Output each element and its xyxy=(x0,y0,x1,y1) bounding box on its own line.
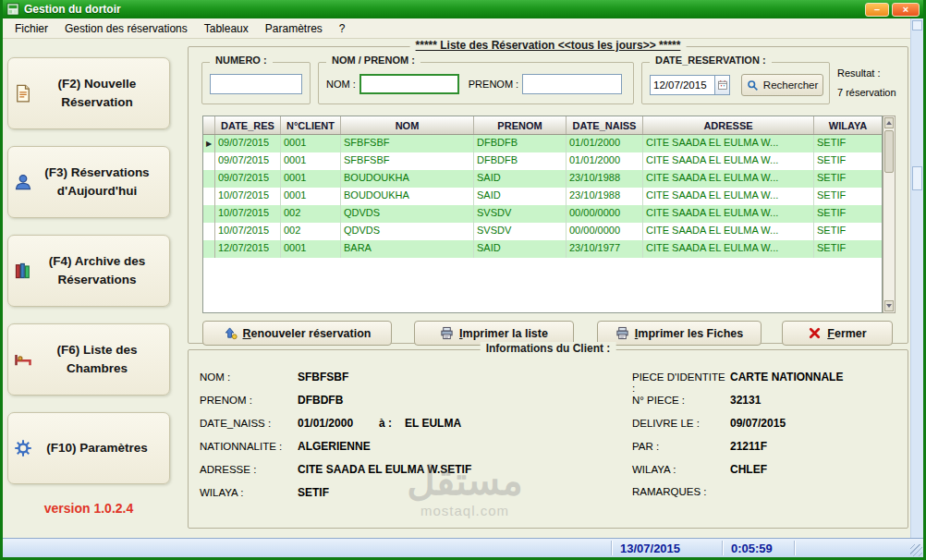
side-button-label: (F4) Archive des Réservations xyxy=(32,252,162,290)
client-info-row: PIECE D'IDENTITE :CARTE NATIONNALE xyxy=(632,371,902,394)
table-cell: 23/10/1988 xyxy=(567,170,643,188)
row-indicator xyxy=(203,170,215,188)
client-field-value: ALGERIENNE xyxy=(298,440,371,453)
form-scrollbar-thumb[interactable] xyxy=(912,166,922,190)
calendar-dropdown-button[interactable] xyxy=(714,75,730,95)
f10-parametres-button[interactable]: (F10) Paramètres xyxy=(7,412,170,484)
menu-item-item[interactable]: ? xyxy=(331,19,354,38)
window-controls: – × xyxy=(865,3,920,17)
imprimer-fiches-button[interactable]: Imprimer les Fiches xyxy=(597,321,762,346)
form-scroll-up-button[interactable] xyxy=(912,20,922,30)
table-cell: QDVDS xyxy=(341,205,474,223)
table-cell: SETIF xyxy=(814,223,882,240)
reservations-group: ***** Liste des Réservation <<tous les j… xyxy=(188,46,908,344)
row-indicator xyxy=(203,223,215,240)
menu-item-tableaux[interactable]: Tableaux xyxy=(196,19,257,38)
statusbar-time: 0:05:59 xyxy=(731,542,773,555)
f2-nouvelle-reservation-button[interactable]: (F2) Nouvelle Réservation xyxy=(7,57,170,129)
table-row[interactable]: 10/07/2015002QDVDSSVSDV00/00/0000CITE SA… xyxy=(203,205,882,223)
table-cell: 10/07/2015 xyxy=(215,188,281,205)
fermer-button[interactable]: Fermer xyxy=(782,321,893,346)
prenom-input[interactable] xyxy=(522,74,622,94)
column-header-n-client[interactable]: N°CLIENT xyxy=(281,116,341,134)
window-title: Gestion du dortoir xyxy=(24,3,121,16)
table-row[interactable]: 10/07/2015002QDVDSSVSDV00/00/0000CITE SA… xyxy=(203,223,882,240)
action-button-label: Imprimer les Fiches xyxy=(635,327,743,340)
main-panel: ***** Liste des Réservation <<tous les j… xyxy=(188,46,909,529)
rechercher-label: Rechercher xyxy=(763,79,818,91)
table-row[interactable]: 09/07/20150001SFBFSBFDFBDFB01/01/2000CIT… xyxy=(203,152,882,170)
row-indicator xyxy=(203,152,215,170)
side-button-label: (F6) Liste des Chambres xyxy=(32,341,162,379)
table-cell: 12/07/2015 xyxy=(215,240,281,258)
client-field-label: DATE_NAISS : xyxy=(200,418,298,429)
scrollbar-thumb[interactable] xyxy=(884,130,894,173)
column-header-prenom[interactable]: PRENOM xyxy=(474,116,567,134)
side-button-label: (F2) Nouvelle Réservation xyxy=(32,75,162,113)
client-field-value: EL EULMA xyxy=(405,417,461,430)
client-info-row: PRENOM :DFBDFB xyxy=(200,394,627,417)
client-info-title: Informations du Client : xyxy=(481,342,616,355)
person-icon xyxy=(14,173,32,191)
table-cell: BOUDOUKHA xyxy=(341,188,474,205)
table-cell: CITE SAADA EL EULMA W... xyxy=(643,152,814,170)
client-info-left: NOM :SFBFSBFPRENOM :DFBDFBDATE_NAISS :01… xyxy=(200,371,627,509)
column-header-date-res[interactable]: DATE_RES xyxy=(215,116,281,134)
column-header-date-naiss[interactable]: DATE_NAISS xyxy=(567,116,643,134)
client-field-label: DELIVRE LE : xyxy=(632,418,730,429)
nom-input[interactable] xyxy=(359,74,459,94)
nom-prenom-group-caption: NOM / PRENOM : xyxy=(326,55,420,66)
numero-input[interactable] xyxy=(210,74,302,94)
table-cell: SAID xyxy=(474,188,567,205)
resize-grip[interactable] xyxy=(910,544,922,556)
action-button-label: Imprimer la liste xyxy=(459,327,548,340)
table-scrollbar[interactable] xyxy=(883,116,896,313)
table-cell: 0001 xyxy=(281,170,341,188)
column-header-wilaya[interactable]: WILAYA xyxy=(814,116,882,134)
scroll-down-arrow-icon[interactable] xyxy=(884,300,894,311)
table-cell: SETIF xyxy=(814,240,882,258)
column-header-adresse[interactable]: ADRESSE xyxy=(643,116,814,134)
sidebar: (F2) Nouvelle Réservation(F3) Réservatio… xyxy=(7,57,170,516)
client-info-row: N° PIECE :32131 xyxy=(632,394,902,417)
f4-archive-reservations-button[interactable]: (F4) Archive des Réservations xyxy=(7,235,170,307)
menu-item-fichier[interactable]: Fichier xyxy=(6,19,56,38)
menu-item-gestion-des-r-servations[interactable]: Gestion des réservations xyxy=(56,19,196,38)
table-cell: CITE SAADA EL EULMA W... xyxy=(643,188,814,205)
table-row[interactable]: 12/07/20150001BARASAID23/10/1977CITE SAA… xyxy=(203,240,882,258)
table-cell: CITE SAADA EL EULMA W... xyxy=(643,170,814,188)
nom-prenom-group: NOM / PRENOM : NOM : PRENOM : xyxy=(318,62,634,104)
table-cell: 01/01/2000 xyxy=(567,135,643,152)
client-field-value: DFBDFB xyxy=(298,394,343,407)
client-field-label: à : xyxy=(379,417,405,430)
table-cell: CITE SAADA EL EULMA W... xyxy=(643,135,814,152)
minimize-button[interactable]: – xyxy=(865,3,889,17)
renouveler-reservation-button[interactable]: Renouveler réservation xyxy=(202,321,392,346)
table-cell: SETIF xyxy=(814,205,882,223)
table-row[interactable]: 10/07/20150001BOUDOUKHASAID23/10/1988CIT… xyxy=(203,188,882,205)
f3-reservations-aujourdhui-button[interactable]: (F3) Réservations d'Aujourd'hui xyxy=(7,146,170,218)
table-row[interactable]: ▶09/07/20150001SFBFSBFDFBDFB01/01/2000CI… xyxy=(203,135,882,152)
table-cell: 10/07/2015 xyxy=(215,223,281,240)
search-icon xyxy=(747,79,759,91)
table-cell: SFBFSBF xyxy=(341,152,474,170)
table-row[interactable]: 09/07/20150001BOUDOUKHASAID23/10/1988CIT… xyxy=(203,170,882,188)
form-scrollbar[interactable] xyxy=(910,18,923,538)
f6-liste-chambres-button[interactable]: (F6) Liste des Chambres xyxy=(7,323,170,396)
table-cell: SETIF xyxy=(814,135,882,152)
rechercher-button[interactable]: Rechercher xyxy=(741,74,823,96)
column-header-nom[interactable]: NOM xyxy=(341,116,474,134)
close-button[interactable]: × xyxy=(892,3,920,17)
settings-icon xyxy=(14,439,32,457)
scroll-up-arrow-icon[interactable] xyxy=(884,117,894,128)
table-header: DATE_RESN°CLIENTNOMPRENOMDATE_NAISSADRES… xyxy=(203,116,882,135)
statusbar-separator xyxy=(611,541,612,555)
client-info-row: WILAYA :SETIF xyxy=(200,486,627,509)
date-reservation-group: DATE_RESERVATION : Rechercher xyxy=(641,62,830,104)
client-info-row: NOM :SFBFSBF xyxy=(200,371,627,394)
date-input[interactable] xyxy=(650,75,714,95)
client-field-label: NOM : xyxy=(200,371,298,383)
client-info-row: PAR :21211F xyxy=(632,440,902,463)
menu-item-param-tres[interactable]: Paramètres xyxy=(257,19,331,38)
table-cell: CITE SAADA EL EULMA W... xyxy=(643,205,814,223)
